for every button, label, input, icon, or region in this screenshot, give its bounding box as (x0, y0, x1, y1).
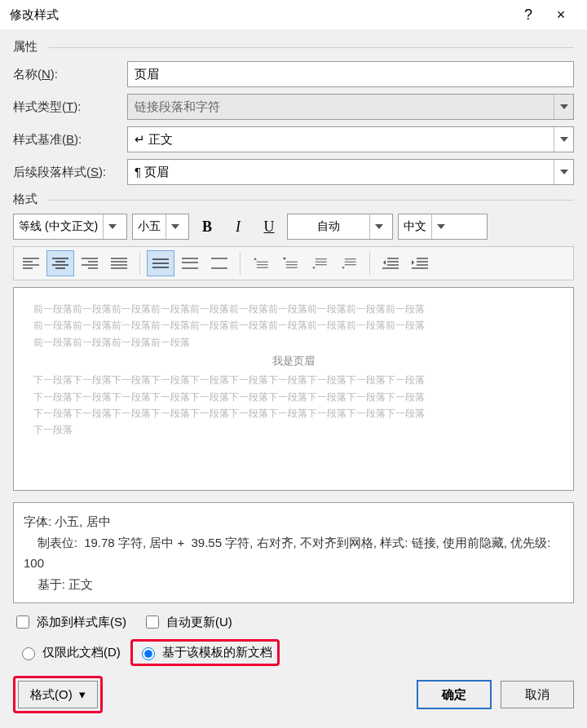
preview-sample-text: 我是页眉 (33, 352, 554, 370)
name-input[interactable]: 页眉 (127, 61, 574, 87)
section-format: 格式 (13, 192, 574, 207)
template-new-docs-radio[interactable]: 基于该模板的新文档 (130, 639, 280, 666)
font-name-dropdown[interactable]: 等线 (中文正文) (13, 214, 127, 240)
space-before-dec-button[interactable] (276, 250, 304, 276)
linespacing-2-button[interactable] (205, 250, 233, 276)
preview-next-para: 下一段落下一段落下一段落下一段落下一段落下一段落下一段落下一段落下一段落下一段落 (33, 372, 554, 388)
label-name: 名称(N): (13, 67, 127, 82)
chevron-down-icon (554, 95, 573, 119)
underline-button[interactable]: U (256, 214, 282, 240)
bold-button[interactable]: B (194, 214, 220, 240)
align-justify-button[interactable] (105, 250, 133, 276)
space-after-inc-button[interactable] (306, 250, 333, 276)
label-basedon: 样式基准(B): (13, 132, 127, 148)
style-description: 字体: 小五, 居中 制表位: 19.78 字符, 居中 + 39.55 字符,… (13, 502, 574, 603)
indent-increase-button[interactable] (406, 250, 434, 276)
linespacing-1-button[interactable] (147, 250, 174, 276)
label-styletype: 样式类型(T): (13, 99, 127, 115)
linespacing-1-5-button[interactable] (176, 250, 204, 276)
preview-prev-para: 前一段落前一段落前一段落前一段落 (33, 334, 554, 351)
format-toolbar-1: 等线 (中文正文) 小五 B I U 自动 中文 (13, 214, 574, 240)
close-button[interactable]: × (545, 7, 577, 24)
format-toolbar-2 (13, 246, 574, 280)
only-this-doc-radio[interactable]: 仅限此文档(D) (13, 642, 126, 664)
separator (369, 252, 370, 275)
add-to-gallery-input[interactable] (16, 615, 29, 629)
basedon-dropdown[interactable]: ↵ 正文 (127, 126, 574, 152)
preview-next-para: 下一段落 (33, 421, 554, 438)
separator (139, 252, 140, 275)
chevron-down-icon[interactable] (431, 214, 449, 239)
label-followpara: 后续段落样式(S): (13, 165, 127, 180)
align-center-button[interactable] (46, 250, 74, 276)
italic-button[interactable]: I (225, 214, 251, 240)
chevron-down-icon[interactable] (554, 160, 573, 184)
dropdown-arrow-icon: ▾ (79, 687, 86, 702)
preview-prev-para: 前一段落前一段落前一段落前一段落前一段落前一段落前一段落前一段落前一段落前一段落 (33, 317, 554, 333)
font-color-dropdown[interactable]: 自动 (287, 214, 393, 240)
separator (240, 252, 241, 275)
space-before-inc-button[interactable] (247, 250, 275, 276)
cancel-button[interactable]: 取消 (501, 681, 574, 708)
dialog-title: 修改样式 (10, 7, 512, 23)
followpara-dropdown[interactable]: ¶ 页眉 (127, 159, 574, 185)
styletype-dropdown: 链接段落和字符 (127, 94, 574, 120)
language-dropdown[interactable]: 中文 (398, 214, 488, 240)
chevron-down-icon[interactable] (369, 214, 387, 239)
ok-button[interactable]: 确定 (417, 681, 491, 708)
format-menu-button[interactable]: 格式(O) ▾ (18, 681, 98, 708)
preview-box: 前一段落前一段落前一段落前一段落前一段落前一段落前一段落前一段落前一段落前一段落… (13, 287, 574, 491)
space-after-dec-button[interactable] (335, 250, 363, 276)
chevron-down-icon[interactable] (554, 127, 573, 152)
only-this-doc-input[interactable] (22, 647, 35, 660)
add-to-gallery-checkbox[interactable]: 添加到样式库(S) (13, 613, 126, 631)
chevron-down-icon[interactable] (103, 214, 121, 239)
preview-prev-para: 前一段落前一段落前一段落前一段落前一段落前一段落前一段落前一段落前一段落前一段落 (33, 301, 554, 317)
preview-next-para: 下一段落下一段落下一段落下一段落下一段落下一段落下一段落下一段落下一段落下一段落 (33, 405, 554, 421)
section-properties: 属性 (13, 39, 574, 55)
template-new-docs-input[interactable] (142, 647, 155, 660)
align-right-button[interactable] (76, 250, 104, 276)
auto-update-checkbox[interactable]: 自动更新(U) (143, 613, 232, 631)
chevron-down-icon[interactable] (166, 214, 183, 239)
font-size-dropdown[interactable]: 小五 (132, 214, 189, 240)
preview-next-para: 下一段落下一段落下一段落下一段落下一段落下一段落下一段落下一段落下一段落下一段落 (33, 389, 554, 405)
help-button[interactable]: ? (512, 7, 545, 24)
indent-decrease-button[interactable] (377, 250, 404, 276)
align-left-button[interactable] (17, 250, 45, 276)
auto-update-input[interactable] (146, 615, 159, 629)
